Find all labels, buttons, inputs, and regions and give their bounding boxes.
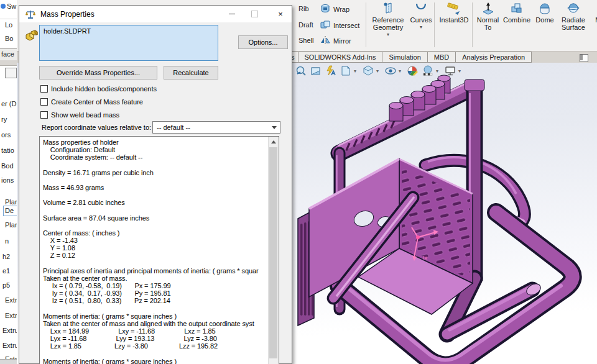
caret-down-icon[interactable]: ▾ [420, 25, 422, 30]
ribbon-button-instant3d[interactable]: Instant3D [437, 1, 471, 50]
combine-icon [510, 1, 524, 16]
ribbon-button-draft[interactable]: Draft [298, 21, 313, 29]
tree-item-part-name[interactable]: er (D [1, 100, 16, 107]
tab-analysis-preparation[interactable]: Analysis Preparation [455, 52, 532, 63]
normal-to-icon [481, 1, 495, 16]
caret-down-icon[interactable]: ▾ [354, 68, 359, 74]
ribbon-button-dome[interactable]: Dome [533, 1, 557, 50]
selected-items-box[interactable]: holder.SLDPRT [39, 25, 218, 61]
checkbox-box[interactable] [40, 85, 48, 93]
ribbon-button-wrap[interactable]: Wrap [320, 3, 349, 16]
ribbon-button-mirror[interactable]: Mirror [320, 35, 351, 47]
section-view-icon[interactable] [309, 65, 323, 77]
ribbon-button-curves[interactable]: Curves ▾ [408, 1, 434, 50]
zoom-to-fit-icon[interactable] [294, 65, 308, 77]
edit-appearance-icon[interactable] [406, 65, 420, 77]
model-top-rail[interactable] [339, 81, 471, 153]
ribbon-button-rib[interactable]: Rib [298, 5, 309, 12]
tree-item-extrude[interactable]: Extr [5, 296, 17, 304]
tree-fragment[interactable]: Lo [5, 21, 12, 29]
dialog-title-bar[interactable]: Mass Properties × [19, 6, 292, 22]
tree-fragment[interactable]: Bo [5, 35, 13, 42]
checkbox-label: Show weld bead mass [51, 111, 119, 119]
heads-up-toolbar: ▾ ▾ ▾ ▾ ▾ [294, 64, 466, 78]
coordinate-value: -- default -- [157, 124, 190, 131]
chevron-down-icon [272, 126, 277, 129]
display-style-icon[interactable] [384, 65, 397, 77]
ribbon-button-normal-to[interactable]: Normal To [474, 1, 501, 50]
mass-properties-dialog: Mass Properties × holder.SLDPRT Options.… [19, 5, 292, 364]
caret-down-icon[interactable]: ▾ [387, 32, 389, 37]
tab-solidworks-add-ins[interactable]: SOLIDWORKS Add-Ins [298, 52, 383, 63]
tree-item-plane[interactable]: Plan [5, 198, 17, 206]
minimize-button[interactable] [221, 6, 243, 22]
close-button[interactable]: × [269, 6, 292, 22]
ribbon-button-intersect[interactable]: Intersect [320, 19, 359, 32]
view-orientation-icon[interactable] [361, 65, 375, 77]
tab-simulation[interactable]: Simulation [382, 52, 427, 63]
options-button[interactable]: Options... [238, 35, 288, 49]
checkbox-include-hidden[interactable]: Include hidden bodies/components [40, 85, 157, 93]
recalculate-button[interactable]: Recalculate [164, 66, 218, 80]
tree-item-origin[interactable]: n [5, 237, 9, 245]
ribbon-button-radiate-surface[interactable]: Radiate Surface [557, 1, 590, 50]
coordinate-system-dropdown[interactable]: -- default -- [152, 121, 280, 134]
tree-item-history[interactable]: ry [1, 116, 7, 123]
report-text: Mass properties of holder Configuration:… [43, 139, 267, 364]
reference-geometry-icon [381, 1, 395, 16]
tree-item-annotations[interactable]: tatio [1, 147, 14, 154]
swept-boss-icon [1, 4, 6, 9]
checkbox-create-com[interactable]: Create Center of Mass feature [40, 98, 143, 106]
toolbar-icon-fragment[interactable] [5, 68, 17, 78]
scrollbar-thumb[interactable] [269, 147, 277, 358]
solidworks-app: Ix ▾ ▾ ▾ [0, 0, 597, 364]
mass-properties-report[interactable]: Mass properties of holder Configuration:… [39, 136, 279, 364]
view-settings-icon[interactable] [443, 65, 457, 77]
collapse-toolbar-icon[interactable] [580, 54, 588, 62]
ribbon-button-reference-geometry[interactable]: Reference Geometry ▾ [369, 1, 407, 50]
report-scrollbar[interactable] [268, 137, 279, 364]
tree-item-extrude[interactable]: Extr [5, 312, 17, 319]
caret-down-icon[interactable]: ▾ [399, 68, 404, 74]
part-icon [24, 29, 38, 44]
tree-item-rename-field[interactable]: De [3, 206, 17, 216]
drawing-view-icon[interactable] [324, 65, 338, 77]
selected-document: holder.SLDPRT [44, 27, 91, 35]
ribbon-button-shell[interactable]: Shell [298, 37, 313, 44]
caret-down-icon[interactable]: ▾ [376, 68, 382, 74]
tree-item-sensors[interactable]: ors [1, 131, 11, 139]
instant3d-icon [447, 1, 461, 16]
override-mass-properties-button[interactable]: Override Mass Properties... [39, 66, 157, 80]
caret-down-icon[interactable]: ▾ [436, 68, 442, 74]
ribbon-button-mid-surface[interactable]: Mid- [590, 1, 597, 50]
mirror-icon [320, 35, 331, 47]
tab-fragment-surfaces[interactable]: face [0, 48, 17, 61]
tree-item-extrude[interactable]: Extru [2, 342, 17, 349]
dialog-title: Mass Properties [40, 10, 95, 19]
intersect-icon [320, 19, 331, 32]
tree-fragment[interactable]: Sw [7, 2, 16, 10]
caret-down-icon[interactable]: ▾ [458, 68, 464, 74]
tree-item-feature[interactable]: e1 [2, 267, 10, 275]
tree-item-sketch[interactable]: h2 [2, 253, 10, 260]
feature-tree-panel: Sw Lo Bo face er (D ry ors tatio Bod ion… [0, 0, 17, 364]
close-icon: × [278, 10, 283, 18]
checkbox-label: Create Center of Mass feature [51, 98, 143, 106]
tab-mbd[interactable]: MBD [427, 52, 456, 63]
curves-icon [414, 1, 428, 16]
wrap-icon [320, 3, 331, 16]
tree-item-feature[interactable]: p5 [2, 281, 10, 289]
tree-item-plane[interactable]: Plan [5, 221, 17, 229]
checkbox-label: Include hidden bodies/components [51, 85, 157, 93]
checkbox-box[interactable] [40, 98, 48, 106]
scroll-up-icon[interactable] [269, 137, 279, 147]
tree-item-extrude[interactable]: Extru [2, 327, 17, 334]
apply-scene-icon[interactable] [421, 65, 435, 77]
page-view-icon[interactable] [339, 65, 353, 77]
ribbon-button-combine[interactable]: Combine [501, 1, 532, 50]
checkbox-box[interactable] [40, 111, 48, 119]
checkbox-weld-bead[interactable]: Show weld bead mass [40, 111, 119, 119]
tree-item-bodies[interactable]: Bod [1, 162, 14, 170]
tree-item-equations[interactable]: ions [1, 176, 14, 184]
mass-properties-icon [25, 9, 35, 19]
